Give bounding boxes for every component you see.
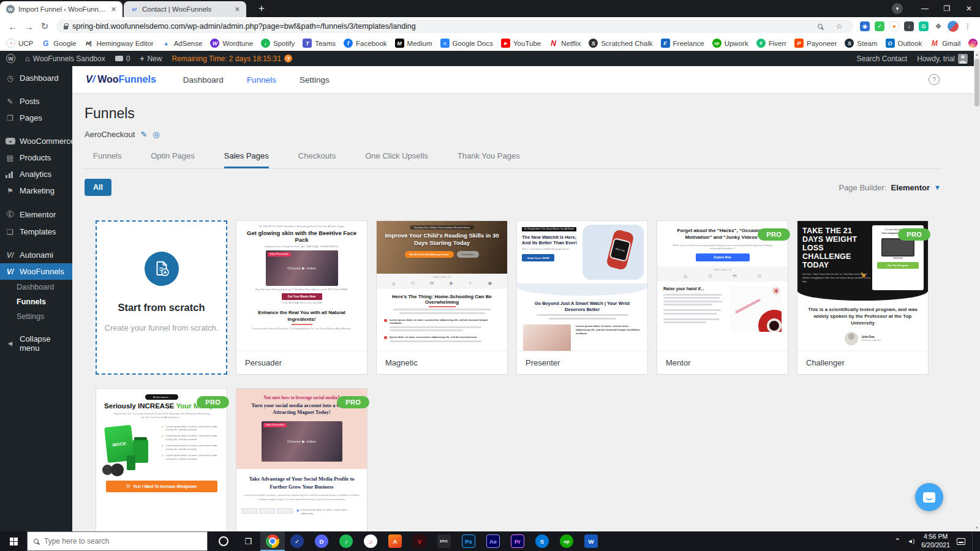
tab-one-click-upsells[interactable]: One Click Upsells — [365, 151, 428, 168]
bookmark-google[interactable]: GGoogle — [41, 39, 76, 48]
window-minimize-button[interactable]: — — [914, 0, 936, 17]
sidebar-subitem-settings[interactable]: Settings — [0, 309, 72, 324]
url-input[interactable] — [72, 22, 809, 31]
taskbar-app-v[interactable]: V — [407, 531, 432, 551]
bookmark-outlook[interactable]: OOutlook — [886, 39, 922, 48]
view-eye-icon[interactable]: ◎ — [153, 130, 159, 139]
template-card-mentor[interactable]: PRO Forget about the “Hacks”, “Occasiona… — [657, 220, 788, 375]
zoom-search-icon[interactable] — [813, 20, 827, 33]
sidebar-item-marketing[interactable]: ⚑Marketing — [0, 182, 72, 199]
taskbar-app-premiere[interactable]: Pr — [505, 531, 530, 551]
window-restore-button[interactable]: ❐ — [936, 0, 958, 17]
browser-tab-inactive[interactable]: V/ Contact | WooFunnels ✕ — [124, 1, 246, 17]
window-close-button[interactable]: ✕ — [958, 0, 980, 17]
bookmark-payoneer[interactable]: PPayoneer — [794, 39, 837, 48]
bookmark-gmail[interactable]: MGmail — [930, 39, 960, 48]
help-circle-icon[interactable]: ? — [929, 74, 940, 85]
reload-button[interactable]: ↻ — [37, 21, 53, 32]
menu-dots-icon[interactable]: ⋮ — [960, 20, 975, 33]
taskbar-app-photoshop[interactable]: Ps — [456, 531, 481, 551]
howdy-account-menu[interactable]: Howdy, trial — [917, 54, 968, 64]
bookmark-fiverr[interactable]: fiFiverr — [756, 39, 786, 48]
sidebar-item-dashboard[interactable]: ◷Dashboard — [0, 70, 72, 86]
tab-optin-pages[interactable]: Optin Pages — [151, 151, 195, 168]
taskbar-app-skype[interactable]: S — [530, 531, 554, 551]
taskbar-app-spotify[interactable]: ♪ — [334, 531, 358, 551]
show-desktop-strip[interactable] — [972, 531, 975, 551]
taskbar-app-discord[interactable]: D — [309, 531, 334, 551]
back-button[interactable]: ← — [5, 21, 21, 32]
woofunnels-brand-logo[interactable]: V/WooFunnels — [86, 74, 156, 85]
bookmark-youtube[interactable]: ▶YouTube — [501, 39, 541, 48]
bookmark-ucp[interactable]: ◔UCP — [6, 39, 33, 48]
taskbar-app-epic-games[interactable]: EPIC — [432, 531, 456, 551]
sidebar-item-posts[interactable]: ✎Posts — [0, 93, 72, 110]
extension-grammarly-icon[interactable]: G — [916, 20, 931, 33]
tab-thank-you-pages[interactable]: Thank You Pages — [458, 151, 520, 168]
extension-screenshot-icon[interactable]: ◉ — [858, 20, 872, 33]
filter-all-button[interactable]: All — [85, 179, 111, 196]
topnav-dashboard[interactable]: Dashboard — [183, 75, 224, 84]
chat-widget-button[interactable] — [915, 483, 943, 511]
extension-download-icon[interactable]: ↓ — [902, 20, 916, 33]
taskbar-app-todo[interactable]: ✓ — [285, 531, 309, 551]
bookmark-facebook[interactable]: fFacebook — [344, 39, 387, 48]
template-card-mindpower[interactable]: PRO A new way to... Seriously INCREASE Y… — [96, 388, 227, 531]
start-from-scratch-card[interactable]: Start from scratch Create your funnel fr… — [96, 220, 227, 375]
volume-icon[interactable]: ◄) — [907, 538, 914, 544]
sidebar-item-analytics[interactable]: Analytics — [0, 166, 72, 182]
wp-logo-menu[interactable]: W — [6, 54, 15, 63]
forward-button[interactable]: → — [21, 21, 37, 32]
site-name-menu[interactable]: ⌂WooFunnels Sandbox — [25, 54, 105, 63]
search-contact-menu[interactable]: Search Contact — [856, 54, 907, 63]
taskbar-app-orange-a[interactable]: A — [383, 531, 407, 551]
bookmark-google-docs[interactable]: ≡Google Docs — [440, 39, 493, 48]
taskbar-app-upwork[interactable]: up — [554, 531, 579, 551]
sidebar-subitem-funnels[interactable]: Funnels — [0, 294, 72, 309]
template-card-persuader[interactable]: IN THE SPOTLIGHT: BeeHive's Nourishing F… — [236, 220, 368, 375]
sidebar-item-templates[interactable]: ❏Templates — [0, 223, 72, 240]
template-card-presenter[interactable]: Watch Logo It's Finally Here! The Smart … — [516, 220, 648, 375]
new-tab-button[interactable]: + — [254, 1, 270, 17]
page-builder-select[interactable]: Page Builder: Elementor ▼ — [839, 183, 941, 192]
tab-checkouts[interactable]: Checkouts — [298, 151, 336, 168]
bookmark-steam[interactable]: SSteam — [845, 39, 877, 48]
page-scrollbar[interactable]: ▲ ▼ — [974, 51, 980, 531]
taskbar-app-after-effects[interactable]: Ae — [481, 531, 505, 551]
extension-session-icon[interactable]: ● — [887, 20, 902, 33]
collapse-menu-button[interactable]: ◄Collapse menu — [0, 331, 72, 356]
sidebar-item-autonami[interactable]: V/Autonami — [0, 247, 72, 263]
scrollbar-down-arrow[interactable]: ▼ — [974, 524, 980, 531]
bookmark-upwork[interactable]: upUpwork — [712, 39, 748, 48]
taskbar-search[interactable] — [27, 531, 208, 551]
bookmark-star-icon[interactable]: ☆ — [832, 20, 846, 33]
taskbar-app-chrome[interactable] — [260, 531, 285, 551]
taskbar-app-music[interactable]: ♫ — [358, 531, 383, 551]
bookmark-netflix[interactable]: NNetflix — [549, 39, 581, 48]
comments-menu[interactable]: 0 — [115, 54, 130, 63]
tab-funnels[interactable]: Funnels — [93, 151, 121, 168]
sidebar-item-woocommerce[interactable]: wWooCommerce — [0, 133, 72, 149]
sidebar-subitem-dashboard[interactable]: Dashboard — [0, 280, 72, 294]
action-center-icon[interactable] — [957, 538, 965, 545]
template-card-challenger[interactable]: PRO TAKE THE 21 DAYS WEIGHT LOSS CHALLEN… — [797, 220, 929, 375]
scrollbar-thumb[interactable] — [974, 59, 979, 107]
taskbar-app-word[interactable]: W — [579, 531, 603, 551]
bookmark-wordtune[interactable]: WWordtune — [210, 39, 253, 48]
bookmark-spotify[interactable]: ♪Spotify — [261, 39, 295, 48]
bookmark-scratched-chalk[interactable]: SScratched Chalk — [589, 39, 652, 48]
taskbar-app-task-view[interactable]: ❐ — [236, 531, 260, 551]
new-content-menu[interactable]: +New — [140, 54, 162, 63]
template-card-magnetic[interactable]: Teaching Your Children The Lockdown Beca… — [376, 220, 508, 375]
sidebar-item-pages[interactable]: ❐Pages — [0, 110, 72, 126]
bookmark-hemingway[interactable]: H|Hemingway Editor — [84, 39, 153, 48]
scrollbar-up-arrow[interactable]: ▲ — [974, 51, 980, 58]
tray-chevron-up-icon[interactable]: ⌃ — [894, 537, 900, 545]
bookmark-freelance[interactable]: FFreelance — [661, 39, 704, 48]
topnav-settings[interactable]: Settings — [300, 75, 330, 84]
browser-tab-active[interactable]: W Import Funnel ‹ WooFunnels — V ✕ — [0, 1, 123, 17]
bookmark-instagram[interactable]: ◻Instagram — [968, 39, 980, 48]
taskbar-app-cortana[interactable] — [211, 531, 236, 551]
extensions-puzzle-icon[interactable]: ❖ — [931, 20, 946, 33]
sidebar-item-elementor[interactable]: ⒺElementor — [0, 206, 72, 223]
